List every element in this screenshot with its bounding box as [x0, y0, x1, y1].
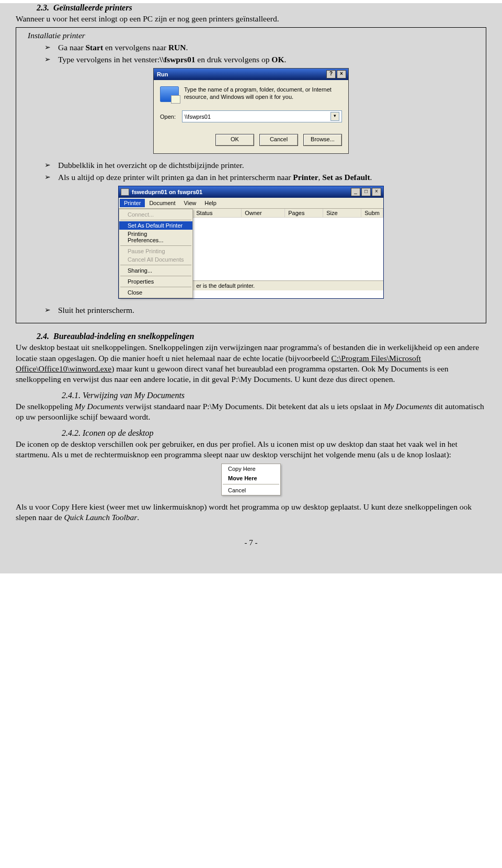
box-title: Installatie printer [28, 31, 478, 40]
col-status[interactable]: Status [193, 209, 242, 217]
run-icon [160, 86, 179, 102]
menu-document[interactable]: Document [145, 199, 179, 207]
closing-para: Als u voor Copy Here kiest (weer met uw … [16, 502, 486, 523]
help-button[interactable]: ? [326, 70, 336, 78]
printer-icon [121, 188, 129, 196]
bullet-text: Sluit het printerscherm. [58, 305, 134, 315]
bullet-text: Als u altijd op deze printer wilt printe… [58, 172, 372, 183]
menu-view[interactable]: View [180, 199, 201, 207]
close-button[interactable]: × [372, 188, 381, 196]
dd-pause: Pause Printing [119, 247, 192, 255]
col-owner[interactable]: Owner [242, 209, 285, 217]
bullet-4: ➢ Als u altijd op deze printer wilt prin… [44, 172, 478, 183]
arrow-icon: ➢ [44, 172, 51, 183]
heading-num: 2.3. [37, 3, 49, 12]
printer-window: fsweduprn01 on fswprs01 _ □ × Printer Do… [118, 186, 384, 299]
arrow-icon: ➢ [44, 54, 51, 65]
dd-properties[interactable]: Properties [119, 277, 192, 286]
menu-printer[interactable]: Printer [120, 199, 145, 207]
printer-title: fsweduprn01 on fswprs01 [132, 189, 202, 195]
cm-move-here[interactable]: Move Here [222, 474, 280, 483]
bullet-1: ➢ Ga naar Start en vervolgens naar RUN. [44, 42, 478, 53]
arrow-icon: ➢ [44, 160, 51, 171]
heading-title: Bureaublad-indeling en snelkoppelingen [53, 332, 194, 341]
ok-button[interactable]: OK [215, 134, 254, 146]
arrow-icon: ➢ [44, 42, 51, 53]
para-2.4.2: De iconen op de desktop verschillen ook … [16, 439, 486, 460]
dd-prefs[interactable]: Printing Preferences... [119, 230, 192, 244]
cancel-button[interactable]: Cancel [259, 134, 298, 146]
context-menu: Copy Here Move Here Cancel [221, 464, 281, 495]
heading-title: Geïnstalleerde printers [53, 3, 132, 12]
printer-list: Status Owner Pages Size Subm er is the d… [193, 209, 383, 290]
para-2.4.1: De snelkoppeling My Documents verwijst s… [16, 401, 486, 422]
printer-titlebar: fsweduprn01 on fswprs01 _ □ × [119, 186, 383, 198]
maximize-button[interactable]: □ [361, 188, 371, 196]
dd-cancel-all: Cancel All Documents [119, 255, 192, 264]
heading-2.3: 2.3. Geïnstalleerde printers [37, 3, 486, 13]
open-input[interactable]: \\fswprs01 ▾ [182, 110, 342, 122]
installatie-box: Installatie printer ➢ Ga naar Start en v… [16, 27, 486, 323]
heading-num: 2.4. [37, 332, 49, 341]
browse-button[interactable]: Browse... [303, 134, 342, 146]
run-titlebar: Run ? × [154, 69, 348, 80]
bullet-text: Ga naar Start en vervolgens naar RUN. [58, 42, 188, 53]
printer-menubar: Printer Document View Help [119, 198, 383, 209]
page-number: - 7 - [16, 538, 486, 547]
job-list-area [193, 218, 383, 280]
heading-2.4.2: 2.4.2. Iconen op de desktop [62, 429, 486, 438]
arrow-icon: ➢ [44, 305, 51, 315]
dd-close[interactable]: Close [119, 288, 192, 297]
open-value: \\fswprs01 [185, 114, 211, 120]
bullet-2: ➢ Type vervolgens in het venster:\\fswpr… [44, 54, 478, 65]
bullet-text: Type vervolgens in het venster:\\fswprs0… [58, 54, 286, 65]
col-size[interactable]: Size [323, 209, 361, 217]
cm-cancel[interactable]: Cancel [222, 486, 280, 495]
heading-2.4: 2.4. Bureaublad-indeling en snelkoppelin… [37, 332, 486, 341]
bullet-3: ➢ Dubbelklik in het overzicht op de dich… [44, 160, 478, 171]
col-pages[interactable]: Pages [285, 209, 323, 217]
close-button[interactable]: × [337, 70, 346, 78]
intro-2.3: Wanneer u voor het eerst inlogt op een P… [16, 14, 486, 24]
col-subm[interactable]: Subm [361, 209, 383, 217]
bullet-5: ➢ Sluit het printerscherm. [44, 305, 478, 315]
para-2.4: Uw desktop bestaat uit snelkoppelingen. … [16, 342, 486, 385]
heading-2.4.1: 2.4.1. Verwijzing van My Documents [62, 391, 486, 400]
chevron-down-icon[interactable]: ▾ [330, 112, 339, 121]
run-description: Type the name of a program, folder, docu… [184, 86, 342, 101]
cm-copy-here[interactable]: Copy Here [222, 464, 280, 474]
status-bar: er is the default printer. [193, 280, 383, 290]
printer-dropdown: Connect... Set As Default Printer Printi… [119, 209, 193, 298]
dd-set-default[interactable]: Set As Default Printer [119, 221, 192, 230]
bullet-text: Dubbelklik in het overzicht op de dichts… [58, 160, 244, 171]
open-label: Open: [160, 114, 176, 120]
menu-help[interactable]: Help [200, 199, 221, 207]
run-title-text: Run [157, 71, 168, 77]
dd-connect: Connect... [119, 210, 192, 219]
run-dialog: Run ? × Type the name of a program, fold… [153, 68, 349, 154]
minimize-button[interactable]: _ [351, 188, 360, 196]
dd-sharing[interactable]: Sharing... [119, 266, 192, 275]
